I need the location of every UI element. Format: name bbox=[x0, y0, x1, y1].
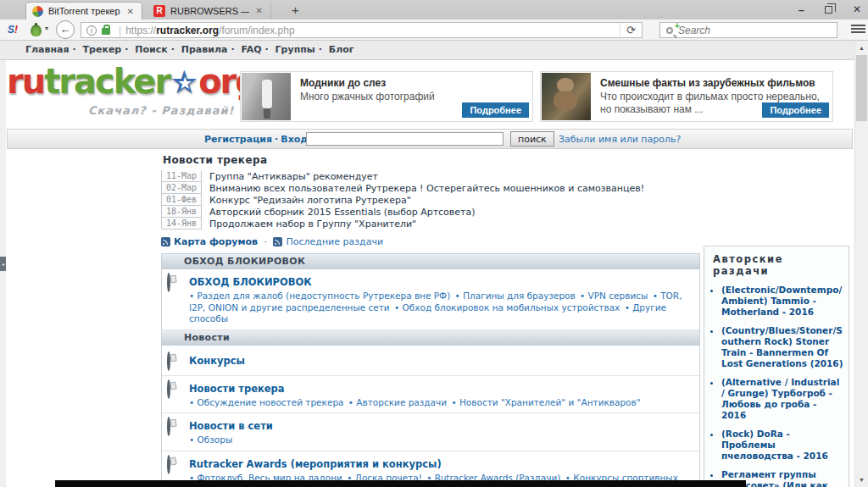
news-row: 14-Янв Продолжаем набор в Группу "Хранит… bbox=[161, 218, 700, 230]
subforum-links: Обсуждение новостей трекера Авторские ра… bbox=[189, 397, 693, 409]
tab-close-icon[interactable]: ✕ bbox=[125, 7, 136, 16]
release-link[interactable]: (Rock) DoRa - Проблемы пчеловодства - 20… bbox=[721, 429, 828, 461]
forum-link[interactable]: Rutracker Awards (мероприятия и конкурсы… bbox=[189, 459, 442, 470]
forum-row: Новости трекера Обсуждение новостей трек… bbox=[162, 376, 699, 414]
rutracker-favicon-icon bbox=[32, 6, 43, 17]
release-link[interactable]: (Alternative / Industrial / Grunge) Турб… bbox=[721, 377, 839, 420]
main-column: Новости трекера 11-Мар Группа "Антиквары… bbox=[161, 152, 700, 487]
tab-rutracker[interactable]: BitTorrent трекер RuTrack... ✕ bbox=[25, 2, 142, 19]
subforum-link[interactable]: Обзоры bbox=[189, 434, 232, 445]
forgot-password-link[interactable]: Забыли имя или пароль? bbox=[559, 134, 681, 145]
ad-banner[interactable]: Смешные факты из зарубежных фильмов Что … bbox=[540, 71, 833, 122]
news-link[interactable]: Продолжаем набор в Группу "Хранители" bbox=[209, 218, 416, 230]
tab-bar: BitTorrent трекер RuTrack... ✕ R RUBROWS… bbox=[0, 0, 868, 19]
category-header: ОБХОД БЛОКИРОВОК bbox=[162, 254, 699, 269]
address-bar[interactable]: i | https://rutracker.org/forum/index.ph… bbox=[81, 22, 643, 38]
scrollbar-thumb[interactable] bbox=[856, 55, 867, 121]
latest-releases-link[interactable]: Последние раздачи bbox=[286, 236, 383, 247]
author-releases-sidebar: Авторские раздачи (Electronic/Downtempo/… bbox=[704, 246, 849, 487]
news-title: Новости трекера bbox=[163, 154, 700, 166]
chevron-down-icon[interactable]: ▾ bbox=[45, 25, 48, 32]
tab-rubrowsers[interactable]: R RUBROWSERS — Скачать ... ✕ bbox=[147, 2, 271, 19]
forum-icon bbox=[167, 379, 170, 399]
ad-banner[interactable]: Модники до слез Много ржачных фотографий… bbox=[240, 71, 533, 122]
news-date: 11-Мар bbox=[161, 170, 202, 182]
ad-more-button[interactable]: Подробнее bbox=[762, 102, 829, 118]
rss-icon bbox=[161, 237, 170, 246]
news-row: 01-Фев Конкурс "Редизайн логотипа Рутрек… bbox=[161, 194, 700, 206]
lock-icon[interactable] bbox=[102, 28, 110, 35]
subforum-link[interactable]: Обход блокировок на мобильных устройства… bbox=[394, 302, 620, 313]
news-link[interactable]: Авторский сборник 2015 Essentials (выбор… bbox=[209, 206, 476, 218]
forum-icon bbox=[167, 273, 170, 292]
subforum-link[interactable]: Обсуждение новостей трекера bbox=[189, 397, 343, 407]
subforum-links: Раздел для жалоб (недоступность Рутрекер… bbox=[189, 291, 693, 325]
window-controls: – ✕ bbox=[798, 0, 861, 19]
menu-link-gruppy[interactable]: Группы bbox=[275, 44, 315, 55]
news-date: 02-Мар bbox=[161, 182, 202, 194]
subforum-link[interactable]: Новости "Хранителей" и "Антикваров" bbox=[451, 397, 640, 407]
menu-link-glavnaya[interactable]: Главная bbox=[25, 44, 70, 55]
close-window-icon[interactable]: ✕ bbox=[853, 3, 861, 15]
forum-link[interactable]: Конкурсы bbox=[189, 356, 245, 367]
ad-title: Модники до слез bbox=[300, 77, 386, 89]
menu-link-blog[interactable]: Блог bbox=[329, 44, 354, 55]
news-link[interactable]: Конкурс "Редизайн логотипа Рутрекера" bbox=[209, 194, 411, 206]
browser-search-input[interactable] bbox=[678, 25, 814, 36]
category-header: Новости bbox=[162, 330, 699, 346]
menu-link-pravila[interactable]: Правила bbox=[181, 44, 228, 55]
divider: | bbox=[119, 25, 121, 36]
rss-links-row: Карта форумов · Последние раздачи bbox=[161, 236, 700, 247]
register-link[interactable]: Регистрация bbox=[204, 134, 272, 145]
forum-link[interactable]: ОБХОД БЛОКИРОВОК bbox=[189, 277, 312, 288]
news-link[interactable]: Группа "Антиквары" рекомендует bbox=[209, 170, 378, 182]
scroll-down-icon[interactable]: ▼ bbox=[855, 473, 868, 486]
release-link[interactable]: (Electronic/Downtempo/Ambient) Tammio - … bbox=[721, 285, 842, 317]
back-button[interactable]: ← bbox=[56, 20, 75, 39]
forum-search-button[interactable]: поиск bbox=[510, 131, 554, 147]
ad-more-button[interactable]: Подробнее bbox=[462, 102, 529, 118]
info-icon[interactable]: i bbox=[86, 25, 97, 36]
menu-icon[interactable] bbox=[851, 25, 865, 35]
list-item: (Country/Blues/Stoner/Southern Rock) Sto… bbox=[721, 325, 843, 369]
restore-icon[interactable] bbox=[825, 6, 832, 14]
startpage-icon[interactable]: S! bbox=[8, 24, 18, 36]
rubrowsers-favicon-icon: R bbox=[153, 5, 165, 17]
release-link[interactable]: (Country/Blues/Stoner/Southern Rock) Sto… bbox=[721, 325, 843, 368]
url-text: https://rutracker.org/forum/index.php bbox=[125, 25, 294, 36]
news-row: 18-Янв Авторский сборник 2015 Essentials… bbox=[161, 206, 700, 218]
forum-table: ОБХОД БЛОКИРОВОК ОБХОД БЛОКИРОВОК Раздел… bbox=[161, 253, 700, 487]
ad-image bbox=[242, 73, 291, 120]
minimize-icon[interactable]: – bbox=[798, 3, 804, 16]
top-menu: Главная· Трекер· Поиск· Правила· FAQ· Гр… bbox=[0, 41, 854, 60]
rss-icon bbox=[273, 237, 282, 246]
search-icon[interactable] bbox=[666, 27, 673, 34]
tab-title: BitTorrent трекер RuTrack... bbox=[48, 6, 120, 16]
site-logo[interactable]: rutracker★★org Скачал? - Раздавай! bbox=[7, 64, 219, 98]
news-link[interactable]: Вниманию всех пользователей Рутрекера ! … bbox=[209, 182, 644, 194]
subforum-link[interactable]: VPN сервисы bbox=[580, 291, 648, 301]
forum-icon bbox=[167, 455, 170, 474]
news-date: 18-Янв bbox=[161, 206, 202, 218]
page-scrollbar[interactable]: ▲ ▼ bbox=[854, 41, 868, 487]
forum-map-link[interactable]: Карта форумов bbox=[174, 236, 258, 247]
menu-link-poisk[interactable]: Поиск bbox=[135, 44, 167, 55]
tab-close-icon[interactable]: ✕ bbox=[254, 6, 264, 15]
scroll-up-icon[interactable]: ▲ bbox=[855, 42, 868, 54]
menu-link-treker[interactable]: Трекер bbox=[83, 44, 122, 55]
subforum-link[interactable]: Плагины для браузеров bbox=[455, 291, 576, 301]
forum-search-input[interactable] bbox=[306, 132, 504, 146]
onion-icon[interactable] bbox=[31, 25, 42, 36]
forum-link[interactable]: Новости трекера bbox=[189, 384, 285, 395]
browser-toolbar: S! ▾ ← i | https://rutracker.org/forum/i… bbox=[0, 19, 868, 41]
menu-link-faq[interactable]: FAQ bbox=[241, 44, 261, 55]
reload-icon[interactable]: ⟳ bbox=[620, 24, 642, 36]
login-link[interactable]: Вход bbox=[281, 134, 308, 145]
forum-link[interactable]: Новости в сети bbox=[189, 421, 273, 432]
browser-search-box[interactable]: + bbox=[659, 22, 837, 38]
panel-toggle-handle[interactable]: ◂ bbox=[0, 257, 6, 271]
subforum-link[interactable]: Авторские раздачи bbox=[348, 397, 447, 407]
new-tab-button[interactable]: + bbox=[285, 3, 306, 17]
logo-tagline: Скачал? - Раздавай! bbox=[88, 105, 235, 116]
subforum-link[interactable]: Раздел для жалоб (недоступность Рутрекер… bbox=[189, 291, 450, 301]
